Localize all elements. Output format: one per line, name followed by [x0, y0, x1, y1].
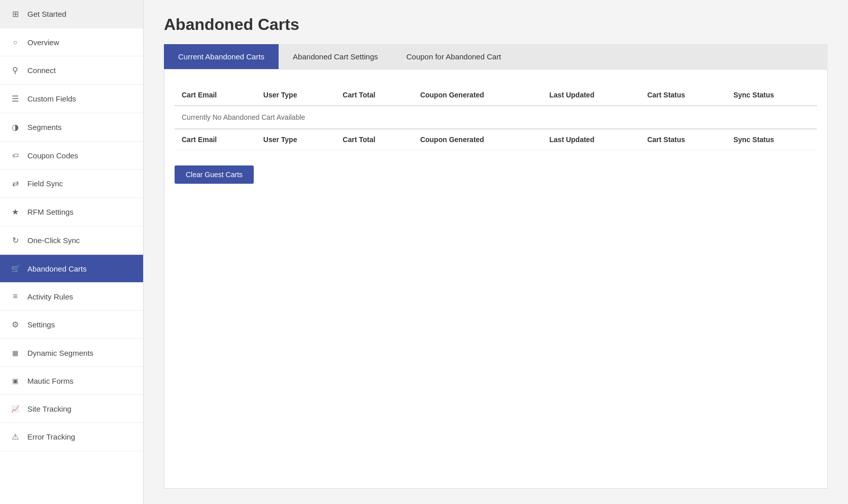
segments-icon: [10, 122, 20, 132]
sidebar-item-segments[interactable]: Segments: [0, 113, 143, 142]
col-header-cart-total: Cart Total: [335, 85, 413, 106]
sidebar-item-get-started[interactable]: Get Started: [0, 0, 143, 28]
activity-icon: [10, 292, 20, 301]
sidebar-label-site-tracking: Site Tracking: [27, 405, 72, 413]
table-header-row: Cart EmailUser TypeCart TotalCoupon Gene…: [175, 85, 817, 106]
sidebar-item-abandoned-carts[interactable]: Abandoned Carts: [0, 255, 143, 283]
page-title: Abandoned Carts: [164, 15, 828, 34]
empty-message-row: Currently No Abandoned Cart Available: [175, 106, 817, 129]
mautic-icon: [10, 376, 20, 385]
col-header-cart-email: Cart Email: [175, 85, 256, 106]
dynamic-icon: [10, 348, 20, 357]
sidebar-item-settings[interactable]: Settings: [0, 311, 143, 339]
tab-coupon-for-abandoned-cart[interactable]: Coupon for Abandoned Cart: [392, 44, 516, 69]
sidebar-item-error-tracking[interactable]: Error Tracking: [0, 423, 143, 451]
main-content: Abandoned Carts Current Abandoned CartsA…: [144, 0, 848, 504]
sidebar-item-connect[interactable]: Connect: [0, 56, 143, 85]
col-header-last-updated: Last Updated: [542, 85, 640, 106]
col-footer-user-type: User Type: [256, 129, 336, 150]
clear-guest-carts-button[interactable]: Clear Guest Carts: [175, 165, 254, 184]
sidebar-item-dynamic-segments[interactable]: Dynamic Segments: [0, 339, 143, 367]
fieldsync-icon: [10, 179, 20, 188]
sidebar-label-get-started: Get Started: [27, 10, 66, 18]
col-header-cart-status: Cart Status: [640, 85, 726, 106]
col-header-sync-status: Sync Status: [726, 85, 817, 106]
error-icon: [10, 432, 20, 442]
content-area: Cart EmailUser TypeCart TotalCoupon Gene…: [164, 69, 828, 489]
abandoned-carts-table: Cart EmailUser TypeCart TotalCoupon Gene…: [175, 85, 817, 150]
sidebar-item-one-click-sync[interactable]: One-Click Sync: [0, 226, 143, 255]
col-footer-cart-email: Cart Email: [175, 129, 256, 150]
sidebar-label-coupon-codes: Coupon Codes: [27, 151, 78, 160]
sidebar-item-mautic-forms[interactable]: Mautic Forms: [0, 367, 143, 395]
sidebar-item-site-tracking[interactable]: Site Tracking: [0, 395, 143, 423]
tab-bar: Current Abandoned CartsAbandoned Cart Se…: [164, 44, 828, 69]
sidebar-label-dynamic-segments: Dynamic Segments: [27, 349, 93, 357]
col-footer-cart-total: Cart Total: [335, 129, 413, 150]
sidebar-item-rfm-settings[interactable]: RFM Settings: [0, 198, 143, 226]
rfm-icon: [10, 207, 20, 217]
sidebar-label-rfm-settings: RFM Settings: [27, 208, 74, 216]
sidebar-label-abandoned-carts: Abandoned Carts: [27, 264, 87, 273]
connect-icon: [10, 65, 20, 75]
overview-icon: [10, 38, 20, 47]
sidebar-label-one-click-sync: One-Click Sync: [27, 236, 80, 245]
grid-icon: [10, 9, 20, 19]
sidebar: Get StartedOverviewConnectCustom FieldsS…: [0, 0, 144, 504]
table-footer-row: Cart EmailUser TypeCart TotalCoupon Gene…: [175, 129, 817, 150]
sidebar-item-custom-fields[interactable]: Custom Fields: [0, 85, 143, 113]
coupons-icon: [10, 151, 20, 160]
sidebar-label-settings: Settings: [27, 320, 55, 329]
settings-icon: [10, 320, 20, 329]
col-footer-sync-status: Sync Status: [726, 129, 817, 150]
sidebar-label-segments: Segments: [27, 123, 62, 131]
sidebar-label-custom-fields: Custom Fields: [27, 94, 76, 103]
oneclick-icon: [10, 236, 20, 245]
col-footer-coupon-generated: Coupon Generated: [413, 129, 542, 150]
tab-current-abandoned-carts[interactable]: Current Abandoned Carts: [164, 44, 279, 69]
sidebar-label-activity-rules: Activity Rules: [27, 292, 73, 301]
sidebar-label-error-tracking: Error Tracking: [27, 432, 75, 441]
col-footer-cart-status: Cart Status: [640, 129, 726, 150]
site-icon: [10, 404, 20, 413]
sidebar-item-coupon-codes[interactable]: Coupon Codes: [0, 142, 143, 170]
col-header-user-type: User Type: [256, 85, 336, 106]
sidebar-label-overview: Overview: [27, 38, 59, 47]
sidebar-label-mautic-forms: Mautic Forms: [27, 377, 74, 385]
sidebar-label-field-sync: Field Sync: [27, 179, 63, 188]
empty-message-cell: Currently No Abandoned Cart Available: [175, 106, 817, 129]
tab-abandoned-cart-settings[interactable]: Abandoned Cart Settings: [279, 44, 392, 69]
col-header-coupon-generated: Coupon Generated: [413, 85, 542, 106]
cart-icon: [10, 264, 20, 273]
sidebar-item-activity-rules[interactable]: Activity Rules: [0, 283, 143, 311]
fields-icon: [10, 94, 20, 104]
sidebar-label-connect: Connect: [27, 66, 56, 75]
col-footer-last-updated: Last Updated: [542, 129, 640, 150]
sidebar-item-field-sync[interactable]: Field Sync: [0, 170, 143, 198]
sidebar-item-overview[interactable]: Overview: [0, 28, 143, 56]
